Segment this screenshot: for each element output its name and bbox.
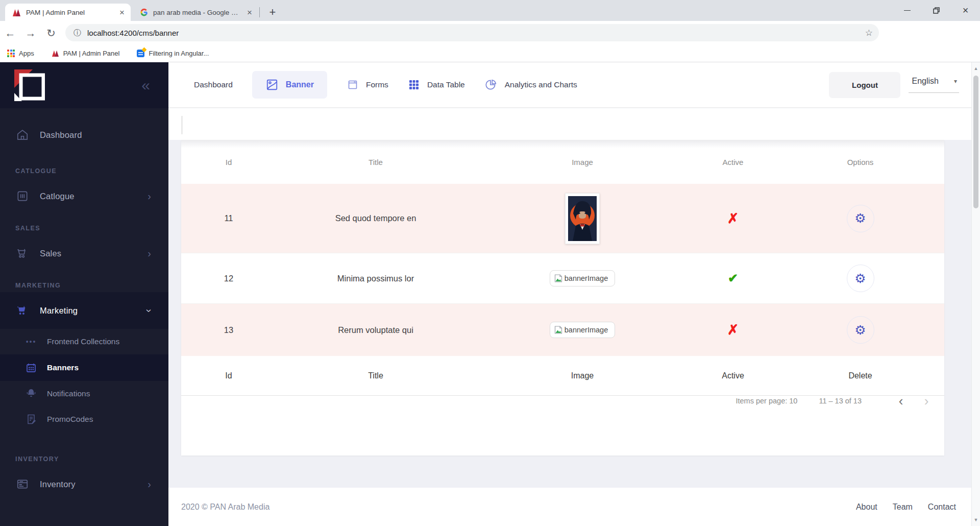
broken-image-icon xyxy=(554,325,563,334)
nav-label: Banner xyxy=(286,80,314,89)
app-logo[interactable] xyxy=(14,69,45,101)
reload-button[interactable]: ↻ xyxy=(41,27,61,39)
options-gear-button[interactable]: ⚙ xyxy=(847,265,874,292)
bookmark-label: Apps xyxy=(19,50,34,57)
sidebar-item-catlogue[interactable]: Catlogue › xyxy=(0,175,168,218)
sidebar-section-inventory: INVENTORY xyxy=(0,456,168,463)
logout-button[interactable]: Logout xyxy=(829,72,900,98)
col-header-active: Active xyxy=(690,158,776,166)
sidebar-item-label: Notifications xyxy=(47,389,90,398)
options-gear-button[interactable]: ⚙ xyxy=(847,316,874,344)
sidebar-header: « xyxy=(0,62,168,108)
page-size-value[interactable]: 10 xyxy=(789,397,797,405)
sidebar-item-sales[interactable]: Sales › xyxy=(0,232,168,275)
browser-tab-active[interactable]: PAM | Admin Panel × xyxy=(5,4,131,21)
language-select[interactable]: English ▾ xyxy=(909,77,959,93)
sidebar-item-label: Sales xyxy=(40,249,61,258)
nav-label: Dashboard xyxy=(194,80,233,89)
bookmark-filtering[interactable]: Filtering in Angular... xyxy=(137,50,209,57)
banner-thumbnail xyxy=(565,193,600,244)
window-controls: × xyxy=(893,0,980,21)
footer-header-id: Id xyxy=(181,371,276,380)
grid-icon xyxy=(408,79,420,91)
footer-link-team[interactable]: Team xyxy=(893,503,913,512)
text-cursor xyxy=(182,116,182,134)
sidebar-item-label: Frontend Collections xyxy=(47,337,119,346)
home-icon xyxy=(15,128,30,141)
scroll-up-icon[interactable]: ▲ xyxy=(972,66,980,71)
broken-image-placeholder: bannerImage xyxy=(550,322,615,338)
banner-table-card: Id Title Image Active Options 11 Sed quo… xyxy=(181,140,944,456)
nav-analytics[interactable]: Analytics and Charts xyxy=(484,78,577,91)
tab-close-icon[interactable]: × xyxy=(119,8,125,17)
chevron-right-icon: › xyxy=(148,248,151,259)
footer-link-contact[interactable]: Contact xyxy=(928,503,956,512)
new-tab-button[interactable]: + xyxy=(264,4,281,20)
inactive-cross-icon: ✗ xyxy=(727,210,739,227)
table-row: 13 Rerum voluptate qui bannerImage ✗ ⚙ xyxy=(181,304,944,356)
sidebar-section-sales: SALES xyxy=(0,225,168,232)
address-bar[interactable]: ⓘ localhost:4200/cms/banner ☆ xyxy=(65,24,879,41)
nav-data-table[interactable]: Data Table xyxy=(408,79,465,91)
scrollbar-thumb[interactable] xyxy=(973,76,978,208)
browser-tab-strip: PAM | Admin Panel × pan arab media - Goo… xyxy=(0,0,980,21)
bookmark-apps[interactable]: Apps xyxy=(7,50,34,57)
nav-dashboard[interactable]: Dashboard xyxy=(194,80,233,89)
sidebar-item-frontend-collections[interactable]: ••• Frontend Collections xyxy=(0,329,168,354)
next-page-button[interactable]: › xyxy=(914,393,939,409)
options-gear-button[interactable]: ⚙ xyxy=(847,205,874,232)
minimize-button[interactable] xyxy=(893,0,922,21)
cell-title: Minima possimus lor xyxy=(276,274,475,283)
browser-tab-inactive[interactable]: pan arab media - Google Search × xyxy=(133,4,258,21)
bookmark-star-icon[interactable]: ☆ xyxy=(865,28,873,38)
sidebar-item-banners[interactable]: Banners xyxy=(0,354,168,381)
gear-icon: ⚙ xyxy=(854,271,866,286)
bell-icon xyxy=(24,388,38,400)
paginator: Items per page: 10 11 – 13 of 13 ‹ › xyxy=(736,379,939,423)
table-header-row: Id Title Image Active Options xyxy=(181,140,944,184)
browser-toolbar: ← → ↻ ⓘ localhost:4200/cms/banner ☆ FI ⋮ xyxy=(0,21,980,45)
sidebar-collapse-icon[interactable]: « xyxy=(141,78,150,93)
cell-id: 12 xyxy=(181,274,276,283)
nav-banner-active[interactable]: Banner xyxy=(252,71,327,99)
language-value: English xyxy=(912,77,938,86)
broken-image-alt-text: bannerImage xyxy=(565,326,608,334)
bookmarks-bar: Apps PAM | Admin Panel Filtering in Angu… xyxy=(0,45,980,62)
filtering-icon xyxy=(137,50,144,57)
sidebar-item-dashboard[interactable]: Dashboard xyxy=(0,113,168,156)
pam-logo-icon xyxy=(52,50,59,57)
sidebar-item-label: Catlogue xyxy=(40,192,75,201)
restore-icon xyxy=(933,7,940,14)
footer-links: About Team Contact xyxy=(856,503,956,512)
scroll-down-icon[interactable]: ▼ xyxy=(972,517,980,522)
close-window-button[interactable]: × xyxy=(951,0,980,21)
url-text[interactable]: localhost:4200/cms/banner xyxy=(87,29,865,37)
chevron-right-icon: › xyxy=(148,190,151,202)
forward-button[interactable]: → xyxy=(20,27,41,39)
sidebar-item-notifications[interactable]: Notifications xyxy=(0,381,168,407)
cart-filled-icon xyxy=(15,304,30,317)
col-header-title: Title xyxy=(276,158,475,166)
sidebar-section-marketing: MARKETING xyxy=(0,282,168,289)
nav-label: Data Table xyxy=(427,80,465,89)
bookmark-pam-admin[interactable]: PAM | Admin Panel xyxy=(52,50,120,57)
sidebar-item-inventory[interactable]: Inventory › xyxy=(0,463,168,506)
catalogue-icon xyxy=(15,189,30,203)
sidebar-menu: Dashboard CATLOGUE Catlogue › SALES xyxy=(0,108,168,526)
footer-link-about[interactable]: About xyxy=(856,503,877,512)
bookmark-label: Filtering in Angular... xyxy=(149,50,209,57)
paginator-range: 11 – 13 of 13 xyxy=(819,397,862,405)
nav-forms[interactable]: Forms xyxy=(347,79,388,91)
back-button[interactable]: ← xyxy=(0,27,20,39)
previous-page-button[interactable]: ‹ xyxy=(888,393,914,409)
page-scrollbar[interactable]: ▲ ▼ xyxy=(971,62,980,526)
sidebar-item-promocodes[interactable]: PromoCodes xyxy=(0,407,168,432)
restore-button[interactable] xyxy=(922,0,951,21)
cell-title: Sed quod tempore en xyxy=(276,213,475,223)
tab-close-icon[interactable]: × xyxy=(247,8,252,17)
sidebar-item-label: Marketing xyxy=(40,306,78,316)
sidebar-item-marketing[interactable]: Marketing › xyxy=(0,292,168,329)
caret-down-icon: ▾ xyxy=(954,78,957,85)
site-info-icon[interactable]: ⓘ xyxy=(74,28,81,38)
sidebar-item-label: Inventory xyxy=(40,480,76,489)
